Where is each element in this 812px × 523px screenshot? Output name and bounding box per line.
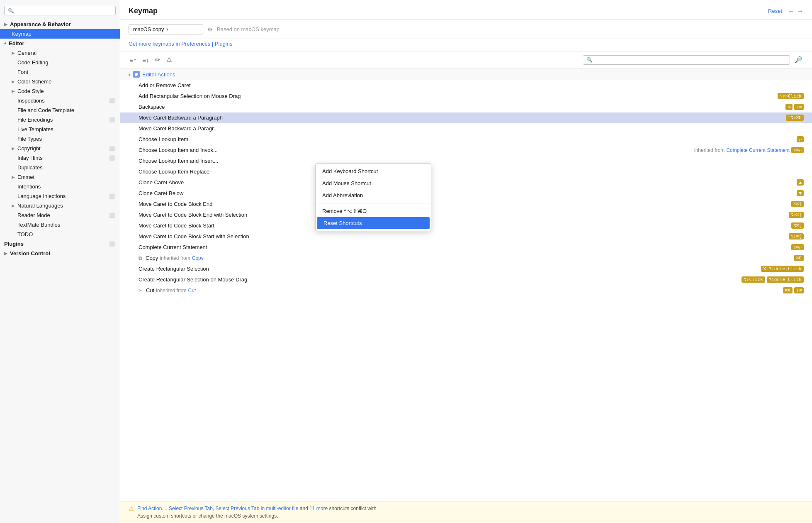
context-menu-add-keyboard-shortcut[interactable]: Add Keyboard Shortcut xyxy=(316,165,431,177)
shortcut-badge: ⌥⇧⌘Click xyxy=(778,93,804,99)
settings-icon: ⬜ xyxy=(109,155,115,161)
find-action-link[interactable]: Find Action... xyxy=(137,506,166,511)
sidebar-item-plugins[interactable]: Plugins ⬜ xyxy=(0,239,120,249)
table-row[interactable]: Backspace ⌫ ⇧⌫ xyxy=(120,102,812,112)
action-shortcut: ⌥⌘[ xyxy=(791,222,804,229)
sidebar-item-code-editing[interactable]: Code Editing xyxy=(0,58,120,67)
nav-arrows: ← → xyxy=(788,7,804,15)
table-row[interactable]: Choose Lookup Item and Insert... xyxy=(120,156,812,166)
action-name: Add Rectangular Selection on Mouse Drag xyxy=(139,93,778,99)
sidebar-item-version-control[interactable]: ▶ Version Control xyxy=(0,249,120,258)
sidebar-item-textmate-bundles[interactable]: TextMate Bundles xyxy=(0,220,120,230)
chevron-right-icon: ▶ xyxy=(12,175,15,179)
sidebar-item-reader-mode[interactable]: Reader Mode ⬜ xyxy=(0,210,120,220)
sidebar-item-inspections[interactable]: Inspections ⬜ xyxy=(0,96,120,105)
sidebar-item-font[interactable]: Font xyxy=(0,67,120,77)
sidebar-item-editor[interactable]: ▾ Editor xyxy=(0,39,120,48)
sidebar-item-color-scheme[interactable]: ▶ Color Scheme xyxy=(0,77,120,86)
back-arrow-icon[interactable]: ← xyxy=(788,7,795,15)
sidebar-item-emmet[interactable]: ▶ Emmet xyxy=(0,172,120,182)
action-shortcut: ⌥⇧Middle-Click xyxy=(761,266,804,272)
shortcut-badge: ⌥⇧⌘] xyxy=(789,212,804,218)
action-name: Clone Caret Above xyxy=(139,179,797,186)
more-conflicts-link[interactable]: 11 more xyxy=(309,506,328,511)
context-menu-reset-shortcuts[interactable]: Reset Shortcuts xyxy=(317,217,430,229)
table-row[interactable]: Choose Lookup Item Replace xyxy=(120,166,812,177)
chevron-right-icon: ▶ xyxy=(12,146,15,151)
warning-icon: ⚠ xyxy=(129,505,134,512)
inherit-source-link[interactable]: Complete Current Statement xyxy=(726,147,790,153)
sidebar-item-code-style[interactable]: ▶ Code Style xyxy=(0,86,120,96)
chevron-down-icon: ▾ xyxy=(3,42,7,44)
table-row[interactable]: Clone Caret Below ▼ xyxy=(120,188,812,199)
table-row[interactable]: Choose Lookup Item and Invok... inherite… xyxy=(120,145,812,156)
table-row[interactable]: Create Rectangular Selection on Mouse Dr… xyxy=(120,274,812,285)
sidebar-item-natural-languages[interactable]: ▶ Natural Languages xyxy=(0,201,120,210)
table-row[interactable]: Create Rectangular Selection ⌥⇧Middle-Cl… xyxy=(120,264,812,274)
sidebar-item-language-injections[interactable]: Language Injections ⬜ xyxy=(0,191,120,201)
table-row[interactable]: ⧉ Copy inherited from Copy ⌘C xyxy=(120,253,812,264)
shortcut-badge: ⌥⇧Middle-Click xyxy=(761,266,804,272)
inherit-label: inherited from xyxy=(694,147,724,153)
table-row[interactable]: Move Caret to Code Block End ⌥⌘] xyxy=(120,199,812,210)
main-container: 🔍 ▶ Appearance & Behavior Keymap ▾ Edito… xyxy=(0,0,812,523)
editor-actions-group[interactable]: ▾ Editor Actions xyxy=(120,68,812,80)
table-row[interactable]: Add Rectangular Selection on Mouse Drag … xyxy=(120,91,812,102)
context-menu-add-mouse-shortcut[interactable]: Add Mouse Shortcut xyxy=(316,177,431,189)
select-previous-tab-multi-link[interactable]: Select Previous Tab in multi-editor file xyxy=(216,506,299,511)
sidebar: 🔍 ▶ Appearance & Behavior Keymap ▾ Edito… xyxy=(0,0,120,523)
keymap-profile-select[interactable]: macOS copy ▾ xyxy=(129,24,203,34)
table-row[interactable]: Complete Current Statement ⇧⌘↵ xyxy=(120,242,812,253)
edit-icon[interactable]: ✏ xyxy=(154,55,162,65)
sidebar-search-input[interactable] xyxy=(17,7,112,14)
actions-search-container[interactable]: 🔍 xyxy=(583,55,790,65)
find-action-icon[interactable]: 🔎 xyxy=(793,55,804,65)
sidebar-item-general[interactable]: ▶ General xyxy=(0,48,120,58)
sidebar-item-copyright[interactable]: ▶ Copyright ⬜ xyxy=(0,144,120,153)
context-menu-remove[interactable]: Remove ^⌥⇧⌘O xyxy=(316,205,431,217)
table-row[interactable]: Move Caret to Code Block Start ⌥⌘[ xyxy=(120,220,812,231)
sidebar-item-intentions[interactable]: Intentions xyxy=(0,182,120,191)
table-row[interactable]: Choose Lookup Item ↵ xyxy=(120,134,812,145)
shortcut-badge: ^⌥⇧⌘O xyxy=(786,115,804,121)
action-name: Choose Lookup Item Replace xyxy=(139,169,804,175)
cut-inherit-link[interactable]: Cut xyxy=(188,288,196,293)
table-row[interactable]: Add or Remove Caret xyxy=(120,80,812,91)
table-row[interactable]: Move Caret Backward a Paragr... xyxy=(120,123,812,134)
sidebar-item-inlay-hints[interactable]: Inlay Hints ⬜ xyxy=(0,153,120,163)
sidebar-item-file-code-templates[interactable]: File and Code Template xyxy=(0,105,120,115)
sidebar-item-file-types[interactable]: File Types xyxy=(0,134,120,144)
sidebar-item-appearance-behavior[interactable]: ▶ Appearance & Behavior xyxy=(0,20,120,29)
table-row[interactable]: Move Caret to Code Block Start with Sele… xyxy=(120,231,812,242)
table-row[interactable]: Move Caret Backward a Paragraph ^⌥⇧⌘O xyxy=(120,112,812,123)
table-row[interactable]: Move Caret to Code Block End with Select… xyxy=(120,210,812,220)
collapse-all-icon[interactable]: ≡↓ xyxy=(141,55,150,65)
forward-arrow-icon[interactable]: → xyxy=(797,7,804,15)
action-shortcut: ⌥⇧⌘Click xyxy=(778,93,804,99)
table-row[interactable]: ✂ Cut inherited from Cut ⌘X ⇧⌫ xyxy=(120,285,812,296)
sidebar-item-keymap[interactable]: Keymap xyxy=(0,29,120,39)
sidebar-item-duplicates[interactable]: Duplicates xyxy=(0,163,120,172)
settings-icon: ⬜ xyxy=(109,213,115,218)
expand-all-icon[interactable]: ≡↑ xyxy=(129,55,138,65)
context-menu-add-abbreviation[interactable]: Add Abbreviation xyxy=(316,189,431,201)
table-row[interactable]: Clone Caret Above ▲ xyxy=(120,177,812,188)
warning-filter-icon[interactable]: ⚠ xyxy=(165,55,173,65)
settings-icon: ⬜ xyxy=(109,117,115,122)
shortcut-badge: ⇧⌘↵ xyxy=(791,147,804,153)
warning-text: Find Action..., Select Previous Tab, Sel… xyxy=(137,505,804,520)
reset-button[interactable]: Reset xyxy=(768,8,782,14)
sidebar-item-todo[interactable]: TODO xyxy=(0,230,120,239)
sidebar-item-file-encodings[interactable]: File Encodings ⬜ xyxy=(0,115,120,125)
gear-icon[interactable]: ⚙ xyxy=(207,26,213,33)
dropdown-arrow-icon: ▾ xyxy=(166,27,168,32)
sidebar-item-live-templates[interactable]: Live Templates xyxy=(0,125,120,134)
chevron-right-icon: ▶ xyxy=(12,79,15,84)
sidebar-search-container[interactable]: 🔍 xyxy=(4,6,116,15)
action-name: Move Caret Backward a Paragraph xyxy=(139,115,786,121)
actions-search-input[interactable] xyxy=(593,57,786,63)
shortcut-badge: ⌥⇧⌘[ xyxy=(789,233,804,240)
select-previous-tab-link[interactable]: Select Previous Tab xyxy=(169,506,213,511)
get-more-keymaps-link[interactable]: Get more keymaps in Preferences | Plugin… xyxy=(129,41,233,47)
copy-inherit-link[interactable]: Copy xyxy=(192,255,204,261)
